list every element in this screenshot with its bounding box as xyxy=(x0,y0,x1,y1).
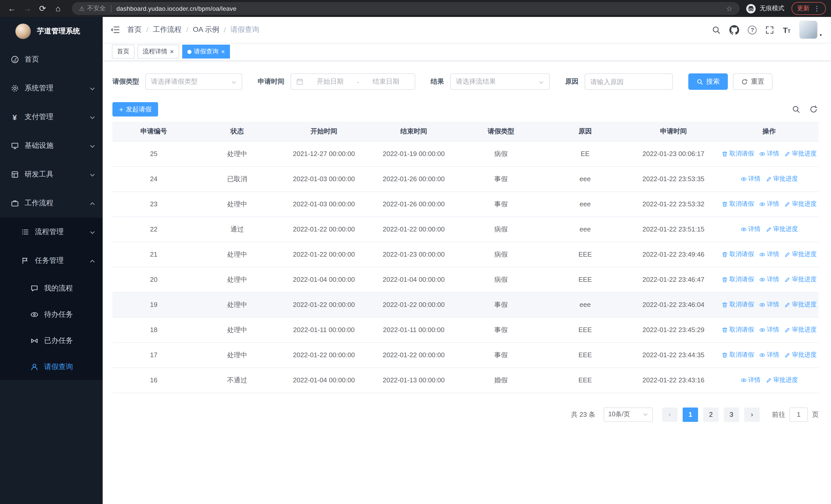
page-size-value: 10条/页 xyxy=(608,410,630,419)
detail-link[interactable]: 详情 xyxy=(759,275,779,284)
breadcrumb: 首页 / 工作流程 / OA 示例 / 请假查询 xyxy=(127,25,259,34)
tab-process-detail[interactable]: 流程详情 × xyxy=(138,45,179,59)
sidebar-item-my-process[interactable]: 我的流程 xyxy=(0,275,103,301)
detail-link[interactable]: 详情 xyxy=(759,250,779,259)
progress-link[interactable]: 审批进度 xyxy=(784,351,816,359)
bookmark-star-icon[interactable]: ☆ xyxy=(726,4,733,12)
refresh-table-icon[interactable] xyxy=(809,105,818,113)
progress-link[interactable]: 审批进度 xyxy=(784,149,816,158)
detail-link[interactable]: 详情 xyxy=(740,376,761,384)
security-status[interactable]: ⚠ 不安全 xyxy=(79,4,106,13)
sidebar-item-task-mgmt[interactable]: 任务管理 xyxy=(0,246,103,275)
update-button[interactable]: 更新 ⋮ xyxy=(792,2,826,15)
tab-close-icon[interactable]: × xyxy=(170,48,174,55)
detail-link[interactable]: 详情 xyxy=(740,225,761,234)
progress-link[interactable]: 审批进度 xyxy=(766,376,798,384)
cancel-leave-link[interactable]: 取消请假 xyxy=(722,149,754,158)
browser-menu-icon[interactable]: ⋮ xyxy=(813,5,820,12)
progress-link[interactable]: 审批进度 xyxy=(784,300,816,309)
detail-link[interactable]: 详情 xyxy=(759,351,779,359)
eye-icon xyxy=(759,301,765,308)
cancel-leave-link[interactable]: 取消请假 xyxy=(722,300,754,309)
sidebar-collapse-button[interactable] xyxy=(110,25,120,35)
fullscreen-icon[interactable] xyxy=(766,25,774,34)
address-bar[interactable]: ⚠ 不安全 dashboard.yudao.iocoder.cn/bpm/oa/… xyxy=(72,2,740,15)
address-url[interactable]: dashboard.yudao.iocoder.cn/bpm/oa/leave xyxy=(116,5,237,12)
page-size-select[interactable]: 10条/页 xyxy=(604,407,653,422)
page-button[interactable]: 2 xyxy=(703,407,719,422)
toggle-search-icon[interactable] xyxy=(792,105,800,113)
create-leave-button[interactable]: + 发起请假 xyxy=(112,102,158,117)
page-button[interactable]: 3 xyxy=(724,407,739,422)
cancel-leave-link[interactable]: 取消请假 xyxy=(722,275,754,284)
end-date-input[interactable]: 结束日期 xyxy=(362,77,409,86)
cancel-leave-link[interactable]: 取消请假 xyxy=(722,351,754,359)
back-button[interactable]: ← xyxy=(5,2,19,15)
breadcrumb-item-home[interactable]: 首页 xyxy=(127,25,142,34)
help-icon[interactable]: ? xyxy=(748,25,757,34)
detail-link[interactable]: 详情 xyxy=(759,149,779,158)
forward-button[interactable]: → xyxy=(21,2,34,15)
sidebar-item-home[interactable]: 首页 xyxy=(0,45,103,74)
sidebar-item-payment[interactable]: ¥ 支付管理 xyxy=(0,102,103,131)
cell-reason: eee xyxy=(543,166,627,191)
user-menu[interactable]: ▾ xyxy=(799,21,822,39)
sidebar-item-done-tasks[interactable]: 已办任务 xyxy=(0,327,103,354)
home-button[interactable]: ⌂ xyxy=(51,2,65,15)
sidebar-item-workflow[interactable]: 工作流程 xyxy=(0,189,103,217)
detail-link[interactable]: 详情 xyxy=(759,200,779,208)
tab-home[interactable]: 首页 xyxy=(112,45,135,59)
detail-link[interactable]: 详情 xyxy=(759,325,779,334)
sidebar-item-leave-query[interactable]: 请假查询 xyxy=(0,354,103,380)
filter-reason: 原因 xyxy=(565,73,673,90)
reason-input[interactable] xyxy=(584,73,673,90)
progress-link[interactable]: 审批进度 xyxy=(784,200,816,208)
cell-end-time: 2022-01-19 00:00:00 xyxy=(369,141,459,166)
start-date-input[interactable]: 开始日期 xyxy=(307,77,354,86)
sidebar-item-process-mgmt[interactable]: 流程管理 xyxy=(0,217,103,246)
font-size-icon[interactable]: TT xyxy=(783,26,791,34)
sidebar-item-devtools[interactable]: 研发工具 xyxy=(0,160,103,189)
tab-label: 流程详情 xyxy=(143,47,167,56)
progress-link[interactable]: 审批进度 xyxy=(784,325,816,334)
table-row: 18 处理中 2022-01-11 00:00:00 2022-01-11 00… xyxy=(112,317,819,342)
search-button[interactable]: 搜索 xyxy=(688,73,728,90)
table-toolbar: + 发起请假 xyxy=(112,102,819,117)
app-logo[interactable]: 芋道管理系统 xyxy=(0,17,103,45)
detail-link[interactable]: 详情 xyxy=(740,175,761,183)
prev-page-button[interactable]: ‹ xyxy=(662,407,678,422)
result-select[interactable]: 请选择流结果 xyxy=(450,73,550,90)
user-avatar[interactable] xyxy=(799,21,818,39)
progress-link[interactable]: 审批进度 xyxy=(766,225,798,234)
url-divider xyxy=(111,5,111,12)
search-icon[interactable] xyxy=(712,25,721,34)
date-range-picker[interactable]: 开始日期 - 结束日期 xyxy=(290,73,415,90)
cancel-leave-link[interactable]: 取消请假 xyxy=(722,200,754,208)
next-page-button[interactable]: › xyxy=(744,407,760,422)
github-icon[interactable] xyxy=(729,25,739,35)
tab-close-icon[interactable]: × xyxy=(221,48,225,55)
cancel-leave-link[interactable]: 取消请假 xyxy=(722,250,754,259)
flag-icon xyxy=(21,256,29,265)
reload-button[interactable]: ⟳ xyxy=(36,2,49,15)
person-icon xyxy=(30,362,38,371)
progress-link[interactable]: 审批进度 xyxy=(784,250,816,259)
cell-end-time: 2022-01-26 00:00:00 xyxy=(369,191,459,216)
progress-link[interactable]: 审批进度 xyxy=(766,175,798,183)
eye-icon xyxy=(740,377,747,383)
sidebar-item-system[interactable]: 系统管理 xyxy=(0,74,103,102)
progress-link[interactable]: 审批进度 xyxy=(784,275,816,284)
tab-leave-query[interactable]: 请假查询 × xyxy=(182,45,230,59)
cancel-leave-link[interactable]: 取消请假 xyxy=(722,325,754,334)
goto-page-input[interactable] xyxy=(790,407,808,422)
detail-link[interactable]: 详情 xyxy=(759,300,779,309)
sidebar-item-todo-tasks[interactable]: 待办任务 xyxy=(0,301,103,327)
leave-type-select[interactable]: 请选择请假类型 xyxy=(145,73,242,90)
cell-start-time: 2022-01-04 00:00:00 xyxy=(279,367,369,393)
col-apply-id: 申请编号 xyxy=(112,122,195,141)
sidebar-item-infra[interactable]: 基础设施 xyxy=(0,131,103,160)
page-button[interactable]: 1 xyxy=(683,407,698,422)
eye-icon xyxy=(759,327,765,333)
reset-button[interactable]: 重置 xyxy=(733,73,773,90)
create-leave-label: 发起请假 xyxy=(126,105,151,114)
